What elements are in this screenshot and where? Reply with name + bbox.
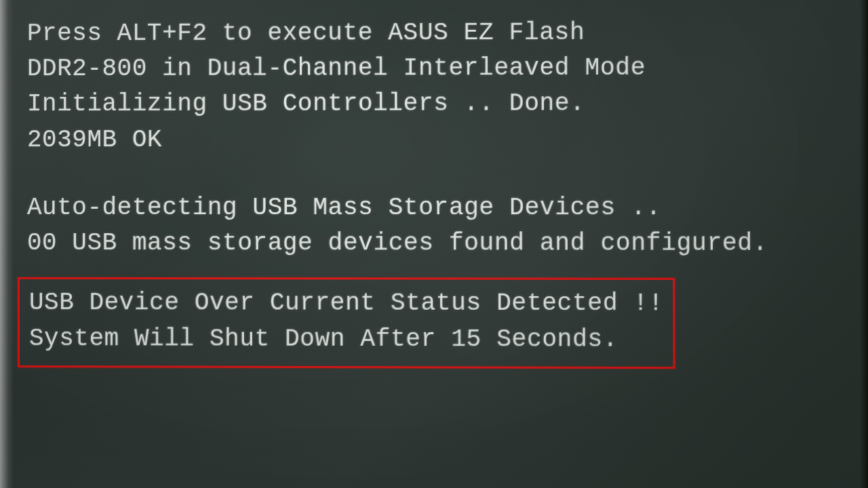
bezel-right-edge [860, 0, 868, 488]
bios-error-line-1: USB Device Over Current Status Detected … [29, 285, 664, 322]
error-highlight-box: USB Device Over Current Status Detected … [18, 277, 675, 369]
bios-memory-ok-line: 2039MB OK [27, 122, 848, 158]
bios-error-line-2: System Will Shut Down After 15 Seconds. [29, 321, 664, 358]
bios-boot-text-block: Press ALT+F2 to execute ASUS EZ Flash DD… [27, 15, 849, 369]
bios-usb-detect-line: Auto-detecting USB Mass Storage Devices … [27, 190, 848, 226]
bezel-left-edge [0, 0, 14, 488]
blank-spacer-short [27, 261, 849, 274]
bios-usb-found-line: 00 USB mass storage devices found and co… [27, 226, 849, 262]
bios-usb-init-line: Initializing USB Controllers .. Done. [27, 86, 848, 123]
bios-hotkey-line: Press ALT+F2 to execute ASUS EZ Flash [27, 15, 848, 52]
bios-memory-mode-line: DDR2-800 in Dual-Channel Interleaved Mod… [27, 50, 848, 87]
blank-spacer [27, 157, 848, 190]
